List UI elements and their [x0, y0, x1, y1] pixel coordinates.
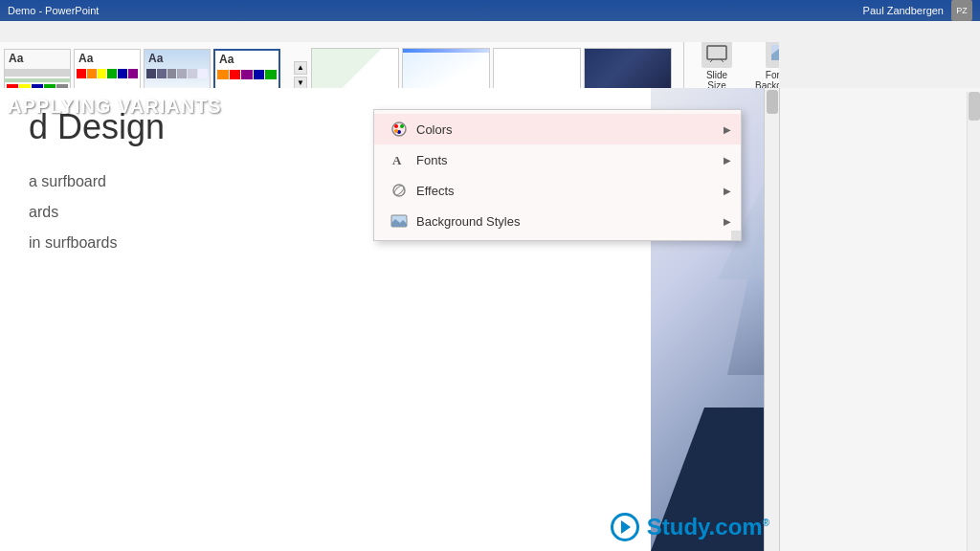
- background-arrow: ▶: [724, 216, 731, 227]
- svg-text:A: A: [392, 153, 402, 167]
- menu-item-effects[interactable]: Effects ▶: [374, 175, 741, 206]
- menu-item-colors[interactable]: Colors ▶: [374, 114, 741, 144]
- font-icon: A: [390, 150, 409, 169]
- fonts-arrow: ▶: [724, 155, 731, 165]
- format-background-button[interactable]: Format Background: [747, 42, 779, 95]
- dot-com: .com: [709, 514, 763, 540]
- dropdown-menu: Colors ▶ A Fonts ▶ Effects ▶: [373, 109, 742, 241]
- svg-point-6: [394, 129, 398, 133]
- resize-handle[interactable]: [731, 231, 741, 240]
- menu-item-fonts[interactable]: A Fonts ▶: [374, 144, 741, 175]
- format-bg-icon: [766, 42, 779, 68]
- video-label: APPLYING VARIANTS: [8, 96, 222, 118]
- svg-point-4: [400, 124, 404, 128]
- studycom-play-icon: [611, 513, 639, 541]
- scroll-up-arrow[interactable]: ▲: [294, 61, 307, 75]
- avatar-initials: PZ: [956, 6, 968, 15]
- colors-arrow: ▶: [724, 124, 731, 135]
- fonts-label: Fonts: [416, 153, 448, 167]
- avatar: PZ: [951, 0, 972, 21]
- background-icon: [390, 211, 409, 231]
- play-triangle: [621, 520, 631, 534]
- right-scroll-thumb: [969, 92, 980, 121]
- effects-icon: [390, 181, 409, 200]
- palette-icon: [390, 120, 409, 139]
- registered-mark: ®: [763, 518, 769, 528]
- effects-arrow: ▶: [724, 186, 731, 196]
- title-bar: Demo - PowerPoint Paul Zandbergen PZ: [0, 0, 980, 21]
- colors-label: Colors: [416, 122, 453, 137]
- background-label: Background Styles: [416, 214, 520, 229]
- slide-scrollbar[interactable]: [764, 88, 779, 551]
- scroll-thumb: [767, 90, 778, 114]
- study-text: Study: [647, 514, 709, 540]
- right-scrollbar[interactable]: [967, 92, 980, 551]
- effects-label: Effects: [416, 184, 455, 198]
- header-right: Paul Zandbergen PZ: [863, 0, 972, 21]
- svg-point-3: [394, 124, 398, 128]
- user-name: Paul Zandbergen: [863, 5, 944, 16]
- studycom-text: Study.com®: [647, 514, 769, 540]
- watermark: Study.com®: [611, 513, 769, 541]
- slide-size-icon: [702, 42, 732, 68]
- app-title: Demo - PowerPoint: [8, 5, 99, 16]
- menu-item-background[interactable]: Background Styles ▶: [374, 206, 741, 236]
- slide-size-button[interactable]: Slide Size: [694, 42, 740, 95]
- customize-buttons: Slide Size Format Background: [694, 42, 779, 95]
- right-panel: [779, 88, 980, 551]
- scroll-arrows: ▲ ▼: [294, 61, 307, 90]
- svg-rect-0: [707, 46, 726, 59]
